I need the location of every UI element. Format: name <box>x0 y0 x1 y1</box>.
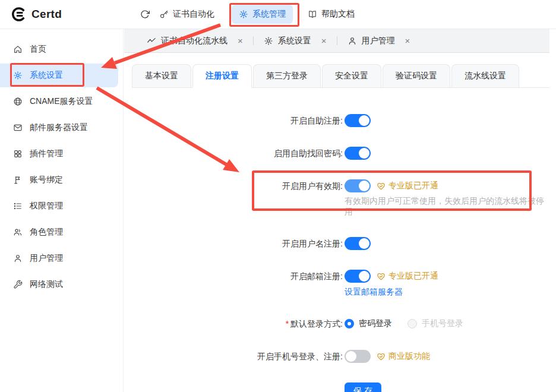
tab-1[interactable]: 注册设置 <box>192 64 252 88</box>
radio-group: 密码登录手机号登录 <box>345 318 463 329</box>
form-label-text: 开启用户名注册: <box>282 239 343 248</box>
sidebar-item-label: 系统设置 <box>30 70 63 81</box>
form-label-text: 默认登录方式: <box>290 319 343 328</box>
toggle-switch-2[interactable] <box>345 179 371 192</box>
sidebar-item-7[interactable]: 角色管理 <box>0 220 118 244</box>
sidebar-item-3[interactable]: 邮件服务器设置 <box>0 116 118 140</box>
tab-0[interactable]: 基本设置 <box>132 64 191 87</box>
radio-icon[interactable] <box>407 319 417 328</box>
form-row-6: 开启手机号登录、注册:商业版功能 <box>132 350 549 363</box>
mail-server-link[interactable]: 设置邮箱服务器 <box>345 287 403 298</box>
toggle-switch-0[interactable] <box>345 114 371 127</box>
form-label-text: 开启用户有效期: <box>282 181 343 191</box>
switch-knob <box>359 238 369 249</box>
sidebar-item-label: 账号绑定 <box>30 175 63 185</box>
nav-item-label: 证书自动化 <box>173 9 214 20</box>
main-content: 基本设置注册设置第三方登录安全设置验证码设置流水线设置 开启自助注册:启用自助找… <box>124 53 556 392</box>
list-icon <box>13 201 23 211</box>
form-label: 开启用户有效期: <box>132 179 343 217</box>
form-label: *默认登录方式: <box>132 317 343 330</box>
gear-icon <box>239 10 248 19</box>
page-tab-2[interactable]: 用户管理× <box>348 36 410 46</box>
close-icon[interactable]: × <box>405 36 410 45</box>
save-row: 保 存 <box>132 382 549 392</box>
form-label: 开启邮箱注册: <box>132 270 343 298</box>
sidebar-item-label: 角色管理 <box>30 227 63 238</box>
form-label: 开启手机号登录、注册: <box>132 350 343 363</box>
page-tab-label: 证书自动化流水线 <box>161 36 228 46</box>
radio-label: 手机号登录 <box>422 318 463 329</box>
sidebar-menu: 首页系统设置CNAME服务设置邮件服务器设置插件管理账号绑定权限管理角色管理用户… <box>0 29 124 392</box>
page-tab-label: 用户管理 <box>362 36 395 46</box>
register-settings-form: 开启自助注册:启用自助找回密码:开启用户有效期:专业版已开通有效期内用户可正常使… <box>132 88 549 392</box>
page-tab-1[interactable]: 系统设置× <box>264 36 327 46</box>
form-label-text: 启用自助找回密码: <box>274 148 343 158</box>
refresh-icon[interactable] <box>140 0 150 29</box>
tab-5[interactable]: 流水线设置 <box>451 64 519 87</box>
switch-knob <box>359 181 369 191</box>
sidebar-item-5[interactable]: 账号绑定 <box>0 168 118 192</box>
sidebar-item-label: 首页 <box>30 44 46 55</box>
key-icon <box>159 10 169 19</box>
form-label-text: 开启手机号登录、注册: <box>257 352 343 361</box>
sidebar-item-6[interactable]: 权限管理 <box>0 194 118 218</box>
form-label: 启用自助找回密码: <box>132 147 343 160</box>
vip-badge-label: 专业版已开通 <box>388 181 438 191</box>
switch-knob <box>359 148 369 159</box>
toggle-switch-6[interactable] <box>345 350 371 363</box>
form-help-text: 有效期内用户可正常使用，失效后用户的流水线将被停用 <box>345 196 549 217</box>
sidebar-item-4[interactable]: 插件管理 <box>0 142 118 166</box>
close-icon[interactable]: × <box>321 36 327 45</box>
vip-badge: 商业版功能 <box>377 351 430 362</box>
form-row-3: 开启用户名注册: <box>132 237 549 250</box>
form-control: 密码登录手机号登录 <box>345 317 463 330</box>
tab-2[interactable]: 第三方登录 <box>253 64 321 87</box>
radio-selected-icon[interactable] <box>345 319 354 328</box>
form-control <box>345 114 371 127</box>
tab-divider <box>253 36 254 45</box>
form-label: 开启用户名注册: <box>132 237 343 250</box>
nav-item-help-docs[interactable]: 帮助文档 <box>308 0 355 29</box>
page-tab-0[interactable]: 证书自动化流水线× <box>147 36 243 46</box>
nav-item-system-manage[interactable]: 系统管理 <box>232 5 293 24</box>
sidebar-item-label: CNAME服务设置 <box>30 96 93 107</box>
sidebar-item-label: 邮件服务器设置 <box>30 122 88 133</box>
user-icon <box>348 36 357 46</box>
close-icon[interactable]: × <box>238 36 243 45</box>
tab-4[interactable]: 验证码设置 <box>383 64 450 87</box>
puzzle-icon <box>13 149 23 159</box>
heart-icon <box>377 272 386 281</box>
gear-icon <box>13 71 23 80</box>
sidebar-item-1[interactable]: 系统设置 <box>0 64 118 87</box>
sidebar-item-2[interactable]: CNAME服务设置 <box>0 90 118 113</box>
save-button[interactable]: 保 存 <box>345 382 381 392</box>
sidebar-item-9[interactable]: 网络测试 <box>0 273 118 296</box>
vip-badge-label: 专业版已开通 <box>388 271 438 282</box>
toggle-switch-4[interactable] <box>345 270 371 283</box>
mail-icon <box>13 123 23 132</box>
nav-item-pipelines[interactable]: 证书自动化 <box>159 0 214 29</box>
form-control <box>345 237 371 250</box>
form-label-text: 开启自助注册: <box>290 116 343 125</box>
tab-3[interactable]: 安全设置 <box>322 64 381 87</box>
sidebar-item-0[interactable]: 首页 <box>0 37 118 61</box>
sidebar-item-8[interactable]: 用户管理 <box>0 246 118 270</box>
form-control <box>345 147 371 160</box>
radio-option-0[interactable]: 密码登录 <box>345 318 392 329</box>
heart-icon <box>377 182 386 191</box>
gear-icon <box>264 36 273 46</box>
toggle-switch-1[interactable] <box>345 147 371 160</box>
form-row-5: *默认登录方式:密码登录手机号登录 <box>132 317 549 330</box>
globe-icon <box>13 97 23 106</box>
vip-badge-label: 商业版功能 <box>388 351 430 362</box>
certd-logo-icon <box>11 7 26 22</box>
app-logo[interactable]: Certd <box>11 0 62 29</box>
toggle-switch-3[interactable] <box>345 237 371 250</box>
page-tabstrip: 证书自动化流水线×系统设置×用户管理× <box>124 29 549 53</box>
book-icon <box>308 10 317 19</box>
switch-knob <box>359 115 369 126</box>
radio-option-1[interactable]: 手机号登录 <box>407 318 463 329</box>
app-header: Certd 证书自动化系统管理帮助文档 <box>0 0 556 29</box>
users-icon <box>13 227 23 237</box>
form-label: 开启自助注册: <box>132 114 343 127</box>
